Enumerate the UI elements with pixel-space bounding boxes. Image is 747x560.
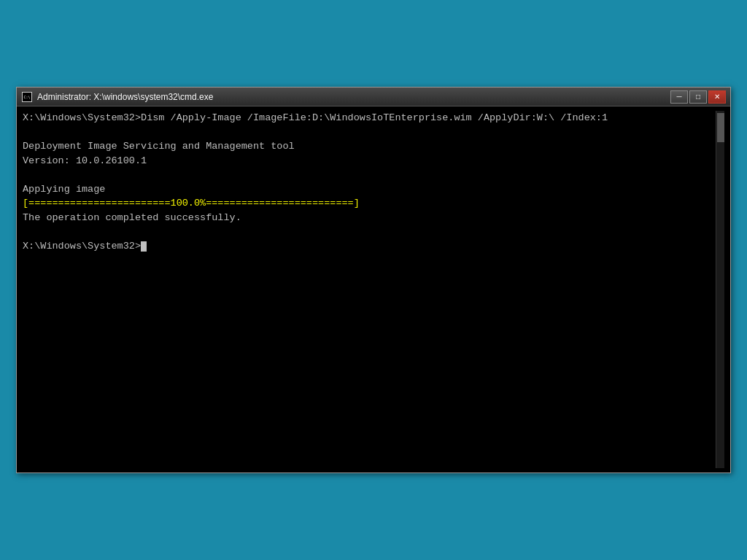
maximize-button[interactable]: □ xyxy=(689,90,707,104)
console-progress-line: [========================100.0%=========… xyxy=(23,198,360,209)
close-button[interactable]: ✕ xyxy=(708,90,726,104)
console-line-5 xyxy=(23,169,28,180)
cmd-window-icon xyxy=(21,91,33,103)
console-line-3: Deployment Image Servicing and Managemen… xyxy=(23,141,295,152)
progress-bracket-close: ] xyxy=(354,198,360,209)
console-line-1: X:\Windows\System32>Dism /Apply-Image /I… xyxy=(23,112,608,123)
progress-bar: ========================100.0%==========… xyxy=(28,198,354,209)
title-bar-controls: ─ □ ✕ xyxy=(670,90,726,104)
cmd-icon xyxy=(22,92,32,102)
cmd-window: Administrator: X:\windows\system32\cmd.e… xyxy=(16,87,731,473)
title-bar-left: Administrator: X:\windows\system32\cmd.e… xyxy=(21,91,213,103)
scrollbar[interactable] xyxy=(716,111,724,468)
console-line-8: The operation completed successfully. xyxy=(23,212,241,223)
console-line-9 xyxy=(23,227,28,238)
cursor-blink xyxy=(141,241,147,252)
progress-bracket-open: [ xyxy=(23,198,28,209)
console-line-10: X:\Windows\System32> xyxy=(23,241,147,252)
console-line-6: Applying image xyxy=(23,184,105,195)
console-line-4: Version: 10.0.26100.1 xyxy=(23,155,147,166)
title-bar: Administrator: X:\windows\system32\cmd.e… xyxy=(17,88,730,106)
console-prompt: X:\Windows\System32> xyxy=(23,241,141,252)
scrollbar-thumb[interactable] xyxy=(717,113,724,142)
window-title: Administrator: X:\windows\system32\cmd.e… xyxy=(37,92,213,102)
console-area[interactable]: X:\Windows\System32>Dism /Apply-Image /I… xyxy=(17,106,730,472)
minimize-button[interactable]: ─ xyxy=(670,90,688,104)
console-output: X:\Windows\System32>Dism /Apply-Image /I… xyxy=(23,111,716,468)
console-line-2 xyxy=(23,127,28,138)
